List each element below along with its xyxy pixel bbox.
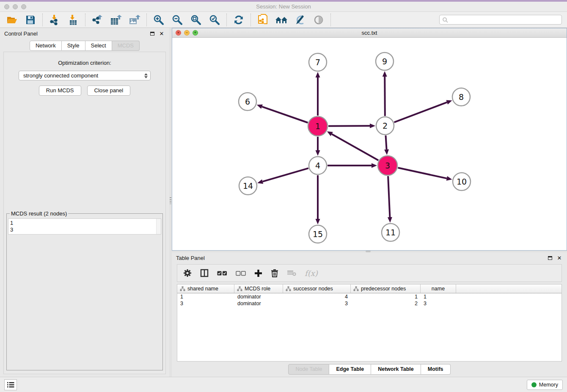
toggle-graphics-details-button <box>312 14 325 26</box>
mcds-result-title: MCDS result (2 nodes) <box>10 210 68 217</box>
deselect-all-columns-button[interactable] <box>236 271 246 276</box>
column-header-MCDS-role[interactable]: MCDS role <box>234 284 283 293</box>
tab-select[interactable]: Select <box>85 41 112 51</box>
memory-status-icon <box>531 382 537 387</box>
column-settings-button[interactable] <box>183 269 192 277</box>
graph-arrowhead-1-4 <box>316 150 320 156</box>
network-window-titlebar[interactable]: × − + scc.txt <box>172 28 567 38</box>
export-network-button[interactable] <box>91 14 104 26</box>
table-cell[interactable]: dominator <box>234 301 283 306</box>
zoom-in-button[interactable] <box>152 14 165 26</box>
style-brush-icon <box>295 14 306 25</box>
graph-edge-1-2[interactable] <box>328 126 370 126</box>
vertical-splitter[interactable] <box>169 28 172 377</box>
memory-label: Memory <box>539 382 558 388</box>
column-header-successor-nodes[interactable]: successor nodes <box>283 284 351 293</box>
memory-button[interactable]: Memory <box>527 380 563 390</box>
import-network-button[interactable] <box>48 14 61 26</box>
tab-mcds[interactable]: MCDS <box>112 41 140 51</box>
graph-edge-3-11[interactable] <box>388 176 390 217</box>
search-area <box>439 15 562 25</box>
control-panel-float-button[interactable] <box>149 30 156 37</box>
column-type-icon <box>286 286 291 291</box>
close-icon: ✕ <box>160 31 164 36</box>
float-icon <box>548 256 552 260</box>
import-table-button[interactable] <box>66 14 80 26</box>
table-cell[interactable]: 1 <box>351 294 421 300</box>
network-canvas[interactable]: 7968124314101511 <box>172 38 567 250</box>
table-tab-node-table[interactable]: Node Table <box>288 364 329 375</box>
control-panel-close-button[interactable]: ✕ <box>158 30 165 37</box>
graph-edge-1-6[interactable] <box>262 107 308 123</box>
show-columns-button[interactable] <box>200 269 209 277</box>
zoom-out-button[interactable] <box>171 14 184 26</box>
table-row[interactable]: 1dominator411 <box>177 293 561 300</box>
table-tab-motifs[interactable]: Motifs <box>421 364 451 375</box>
table-cell[interactable]: dominator <box>234 294 283 300</box>
close-icon: ✕ <box>557 255 562 261</box>
task-history-button[interactable] <box>4 379 17 390</box>
network-search-input[interactable] <box>439 15 562 25</box>
zoom-selected-button[interactable] <box>208 14 221 26</box>
table-cell[interactable]: 3 <box>421 301 456 306</box>
table-body: 1dominator4113dominator323 <box>177 293 561 307</box>
export-image-button[interactable] <box>128 14 141 26</box>
mcds-result-list[interactable]: 1 3 <box>8 219 156 234</box>
refresh-layout-button[interactable] <box>232 14 245 26</box>
export-table-button[interactable] <box>109 14 123 26</box>
graph-edge-4-14[interactable] <box>263 168 308 182</box>
table-row[interactable]: 3dominator323 <box>177 300 561 307</box>
search-icon <box>442 17 448 23</box>
graph-arrowhead-1-2 <box>370 124 375 128</box>
zoom-fit-button[interactable] <box>189 14 203 26</box>
table-panel-close-button[interactable]: ✕ <box>556 254 563 261</box>
table-cell[interactable]: 3 <box>283 301 351 306</box>
graph-node-label-7: 7 <box>315 58 320 67</box>
tab-network[interactable]: Network <box>30 41 62 51</box>
table-tab-edge-table[interactable]: Edge Table <box>329 364 371 375</box>
network-view-window: × − + scc.txt 7968124314101511 <box>172 28 567 251</box>
table-cell[interactable]: 3 <box>177 301 234 306</box>
splitter-grip-icon <box>170 197 171 204</box>
result-scrollbar[interactable] <box>156 219 161 234</box>
style-brush-button[interactable] <box>293 14 307 26</box>
graph-edge-2-3[interactable] <box>385 135 386 149</box>
table-cell[interactable]: 1 <box>177 294 234 300</box>
node-table: shared nameMCDS rolesuccessor nodesprede… <box>177 284 562 362</box>
column-header-predecessor-nodes[interactable]: predecessor nodes <box>351 284 421 293</box>
column-header-name[interactable]: name <box>421 284 456 293</box>
run-mcds-button[interactable]: Run MCDS <box>39 86 81 96</box>
columns-icon <box>200 269 209 277</box>
tab-style[interactable]: Style <box>62 41 85 51</box>
home-first-neighbors-button[interactable] <box>275 14 288 26</box>
column-header-shared-name[interactable]: shared name <box>177 284 234 293</box>
create-column-button[interactable] <box>254 269 262 277</box>
column-type-icon <box>353 286 359 291</box>
select-all-columns-button[interactable] <box>217 271 227 276</box>
export-table-icon <box>110 14 122 25</box>
column-header-label: shared name <box>187 286 218 292</box>
graph-node-label-9: 9 <box>382 57 387 66</box>
table-panel-float-button[interactable] <box>547 254 553 261</box>
copy-network-button[interactable] <box>256 14 270 26</box>
main-toolbar <box>0 12 567 28</box>
table-cell[interactable]: 1 <box>421 294 456 300</box>
save-session-button[interactable] <box>24 14 37 26</box>
delete-columns-button[interactable] <box>271 269 278 277</box>
graph-node-label-8: 8 <box>459 92 464 102</box>
graph-arrowhead-2-8 <box>446 100 452 105</box>
criterion-dropdown[interactable]: strongly connected component <box>19 71 151 80</box>
graph-edge-3-10[interactable] <box>398 168 446 178</box>
table-cell[interactable]: 4 <box>283 294 351 300</box>
table-tab-network-table[interactable]: Network Table <box>371 364 421 375</box>
graph-edge-2-9[interactable] <box>385 77 385 116</box>
horizontal-splitter[interactable] <box>172 251 567 252</box>
close-panel-button[interactable]: Close panel <box>87 86 131 96</box>
table-header-row: shared nameMCDS rolesuccessor nodesprede… <box>177 284 561 293</box>
graph-node-label-6: 6 <box>245 97 250 106</box>
graph-edge-2-8[interactable] <box>394 102 447 122</box>
column-header-label: predecessor nodes <box>361 286 406 292</box>
table-cell[interactable]: 2 <box>351 301 421 306</box>
graph-edge-3-1[interactable] <box>332 134 378 160</box>
open-session-button[interactable] <box>5 14 19 26</box>
